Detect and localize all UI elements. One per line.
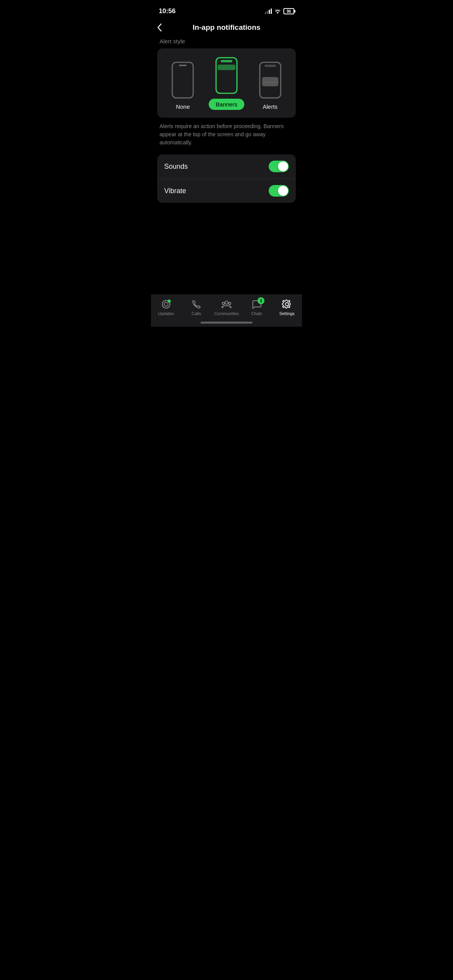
battery-icon: 96	[283, 8, 294, 14]
status-time: 10:56	[159, 7, 175, 15]
status-bar: 10:56 96	[151, 0, 302, 19]
nav-header: In-app notifications	[151, 19, 302, 38]
page-title: In-app notifications	[192, 23, 260, 32]
alert-option-none[interactable]: None	[163, 61, 202, 110]
alert-style-card: None Banners Alerts	[157, 48, 296, 118]
tab-communities[interactable]: Communities	[211, 299, 242, 316]
updates-icon	[161, 299, 172, 310]
alert-options: None Banners Alerts	[163, 56, 290, 110]
svg-point-12	[225, 301, 228, 304]
alerts-label: Alerts	[263, 103, 278, 110]
home-indicator	[201, 322, 252, 324]
alert-option-alerts[interactable]: Alerts	[251, 61, 290, 110]
calls-icon	[191, 299, 202, 310]
banners-label: Banners	[209, 99, 244, 110]
vibrate-label: Vibrate	[164, 187, 186, 195]
sounds-toggle-knob	[278, 161, 288, 171]
tab-calls[interactable]: Calls	[181, 299, 211, 316]
status-icons: 96	[265, 8, 294, 14]
tab-updates[interactable]: Updates	[151, 299, 181, 316]
updates-tab-label: Updates	[158, 311, 174, 316]
banners-phone-icon	[213, 56, 240, 95]
svg-point-14	[228, 302, 231, 305]
communities-tab-label: Communities	[214, 311, 239, 316]
svg-point-15	[285, 303, 288, 306]
settings-icon	[281, 299, 292, 310]
signal-icon	[265, 9, 272, 14]
communities-icon	[221, 299, 232, 310]
alert-option-banners[interactable]: Banners	[207, 56, 246, 110]
svg-point-11	[168, 300, 171, 303]
alerts-phone-icon	[257, 61, 284, 99]
alert-style-label: Alert style	[157, 38, 296, 45]
svg-rect-1	[179, 65, 187, 66]
svg-rect-7	[262, 77, 278, 86]
svg-rect-6	[264, 65, 276, 67]
svg-point-10	[164, 302, 168, 306]
calls-tab-label: Calls	[192, 311, 201, 316]
tab-settings[interactable]: Settings	[272, 299, 302, 316]
back-button[interactable]	[157, 23, 162, 32]
vibrate-toggle-item: Vibrate	[157, 179, 296, 203]
vibrate-toggle[interactable]	[269, 185, 289, 197]
vibrate-toggle-knob	[278, 186, 288, 196]
chats-icon: 3	[251, 299, 262, 310]
none-label: None	[176, 103, 190, 110]
chats-badge: 3	[257, 297, 264, 304]
sounds-toggle[interactable]	[269, 161, 289, 172]
chats-tab-label: Chats	[251, 311, 263, 316]
svg-rect-2	[216, 58, 237, 93]
settings-tab-label: Settings	[279, 311, 295, 316]
svg-rect-3	[221, 60, 232, 62]
sounds-label: Sounds	[164, 163, 188, 171]
svg-point-13	[222, 302, 225, 305]
sounds-toggle-item: Sounds	[157, 154, 296, 179]
alert-description: Alerts require an action before proceedi…	[157, 122, 296, 147]
tab-chats[interactable]: 3 Chats	[242, 299, 272, 316]
content-area: Alert style None Banners	[151, 38, 302, 203]
svg-rect-4	[218, 65, 235, 70]
svg-rect-0	[172, 62, 193, 98]
none-phone-icon	[169, 61, 196, 99]
toggle-list: Sounds Vibrate	[157, 154, 296, 203]
wifi-icon	[274, 9, 281, 14]
